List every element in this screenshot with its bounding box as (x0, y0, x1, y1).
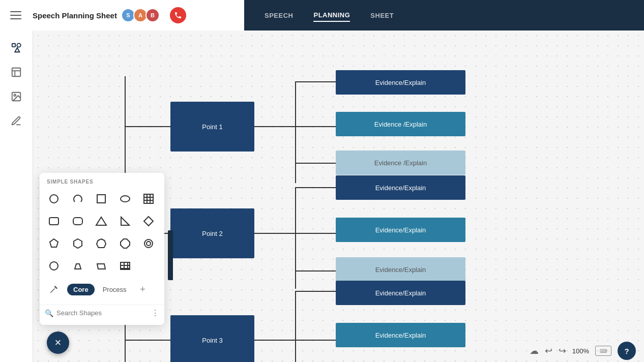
title-area: Speech Planning Sheet S A B (0, 0, 244, 31)
evidence-3-box[interactable]: Evidence /Explain (336, 150, 465, 175)
tab-planning[interactable]: PLANNING (313, 9, 350, 22)
shape-grid[interactable] (138, 189, 159, 209)
conn-p1-branch (254, 126, 295, 127)
shape-square[interactable] (91, 189, 111, 209)
conn-e8-h (295, 340, 336, 341)
evidence-1-label: Evidence/Explain (375, 79, 426, 86)
shapes-tabs: Core Process + (40, 276, 164, 303)
shape-circle-outline[interactable] (138, 233, 159, 254)
undo-icon[interactable]: ↩ (545, 345, 552, 356)
shape-ellipse[interactable] (115, 189, 135, 209)
evidence-8-label: Evidence/Explain (375, 331, 426, 339)
sidebar-icon-shapes[interactable] (5, 37, 27, 59)
shape-rect-rounded[interactable] (44, 211, 64, 231)
conn-p3-v (295, 291, 296, 362)
tab-speech[interactable]: SPEECH (265, 10, 293, 21)
fab-close-button[interactable]: × (47, 331, 69, 354)
hamburger-icon (10, 18, 21, 19)
svg-marker-20 (50, 239, 58, 247)
conn-e1-h (295, 81, 336, 82)
evidence-5-label: Evidence/Explain (375, 226, 426, 234)
evidence-6-box[interactable]: Evidence/Explain (336, 257, 465, 282)
svg-point-1 (17, 43, 20, 47)
shape-triangle[interactable] (91, 211, 111, 231)
svg-marker-18 (121, 217, 129, 225)
shape-table[interactable] (115, 256, 135, 276)
search-row: 🔍 ⋮ (40, 305, 164, 321)
image-icon (11, 91, 22, 102)
shape-circle[interactable] (44, 189, 64, 209)
connector-p3 (125, 340, 170, 341)
conn-e4-h (295, 187, 336, 188)
shapes-grid (40, 189, 164, 276)
svg-rect-2 (12, 68, 21, 77)
more-options-button[interactable]: ⋮ (151, 308, 159, 318)
svg-rect-8 (97, 195, 105, 203)
shape-hexagon[interactable] (68, 233, 88, 254)
evidence-5-box[interactable]: Evidence/Explain (336, 218, 465, 242)
help-button[interactable]: ? (618, 342, 636, 360)
evidence-7-label: Evidence/Explain (375, 289, 426, 297)
evidence-3-label: Evidence /Explain (374, 159, 427, 167)
svg-rect-15 (49, 218, 58, 225)
header: Speech Planning Sheet S A B SPEECH PLANN… (0, 0, 644, 31)
phone-icon (174, 11, 182, 19)
evidence-2-label: Evidence /Explain (374, 120, 427, 128)
point-3-box[interactable]: Point 3 (170, 315, 254, 362)
hamburger-icon (10, 15, 21, 16)
conn-p2-v (295, 187, 296, 289)
evidence-7-box[interactable]: Evidence/Explain (336, 281, 465, 305)
tab-sheet[interactable]: SHEET (370, 10, 394, 21)
shapes-tab-core[interactable]: Core (67, 284, 95, 295)
sidebar-icon-frame[interactable] (5, 61, 27, 83)
conn-e5-h (295, 233, 336, 234)
shapes-tab-process[interactable]: Process (97, 284, 133, 295)
evidence-4-label: Evidence/Explain (375, 184, 426, 192)
search-shapes-input[interactable] (56, 309, 148, 317)
shapes-section-title: SIMPLE SHAPES (40, 173, 164, 189)
avatar: B (145, 8, 160, 22)
shape-right-triangle[interactable] (115, 211, 135, 231)
wand-icon[interactable] (45, 280, 63, 298)
svg-rect-0 (12, 44, 15, 47)
evidence-6-label: Evidence/Explain (375, 266, 426, 274)
redo-icon[interactable]: ↪ (559, 345, 566, 356)
left-sidebar (0, 31, 33, 362)
menu-button[interactable] (8, 6, 26, 24)
evidence-2-box[interactable]: Evidence /Explain (336, 112, 465, 136)
point-1-label: Point 1 (202, 123, 222, 131)
sidebar-icon-draw[interactable] (5, 110, 27, 132)
draw-icon (11, 115, 22, 127)
evidence-4-box[interactable]: Evidence/Explain (336, 175, 465, 200)
shape-donut[interactable] (44, 256, 64, 276)
point-1-box[interactable]: Point 1 (170, 102, 254, 152)
shape-diamond[interactable] (138, 211, 159, 231)
svg-marker-19 (144, 217, 153, 226)
sidebar-icon-image[interactable] (5, 85, 27, 108)
shape-heptagon[interactable] (91, 233, 111, 254)
svg-rect-16 (73, 218, 82, 225)
svg-marker-21 (74, 239, 82, 248)
phone-button[interactable] (170, 7, 186, 23)
shape-rect-chamfer[interactable] (68, 211, 88, 231)
svg-marker-28 (97, 264, 105, 269)
svg-point-24 (144, 239, 153, 248)
cloud-icon[interactable]: ☁ (530, 345, 539, 356)
bottom-bar: ☁ ↩ ↪ 100% ⌨ ? (521, 340, 644, 362)
connector-p1 (125, 126, 170, 127)
svg-point-7 (50, 195, 58, 203)
point-2-box[interactable]: Point 2 (170, 208, 254, 258)
svg-marker-27 (75, 264, 81, 269)
shape-parallelogram[interactable] (91, 256, 111, 276)
shape-pentagon[interactable] (44, 233, 64, 254)
document-title: Speech Planning Sheet (33, 11, 117, 20)
keyboard-icon[interactable]: ⌨ (595, 346, 611, 356)
zoom-level: 100% (572, 347, 589, 355)
conn-p3-branch (254, 340, 295, 341)
shapes-tab-add[interactable]: + (136, 282, 150, 296)
shape-trapezoid[interactable] (68, 256, 88, 276)
evidence-1-box[interactable]: Evidence/Explain (336, 70, 465, 95)
evidence-8-box[interactable]: Evidence/Explain (336, 323, 465, 347)
shape-octagon[interactable] (115, 233, 135, 254)
shape-arc[interactable] (68, 189, 88, 209)
